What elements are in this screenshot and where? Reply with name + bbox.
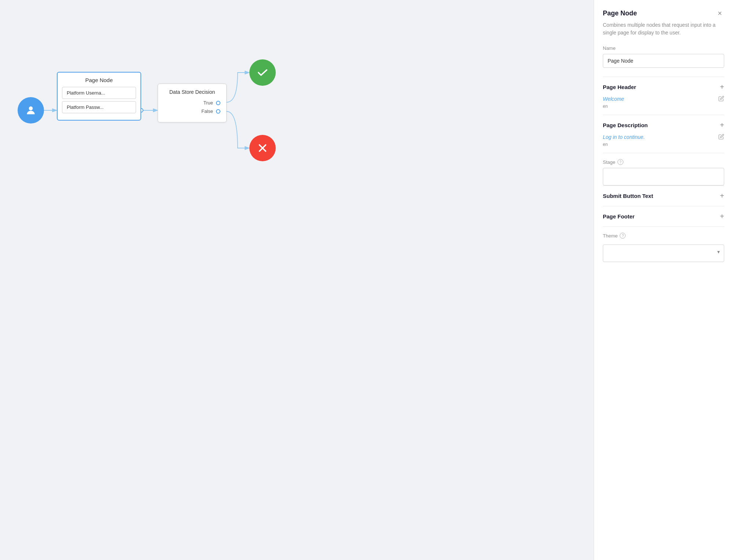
page-description-value: Log in to continue. [603,134,645,140]
page-header-value: Welcome [603,96,624,102]
submit-button-section: Submit Button Text + [603,185,724,206]
close-icon [256,142,269,154]
failure-node[interactable] [249,135,276,161]
page-node-box-title: Page Node [62,77,136,83]
right-panel: Page Node × Combines multiple nodes that… [594,0,733,560]
page-description-edit-icon[interactable] [718,134,724,141]
page-header-accordion-header[interactable]: Page Header + [603,83,724,91]
check-icon [256,66,269,79]
page-description-add-icon[interactable]: + [720,121,724,129]
page-description-title: Page Description [603,122,648,128]
svg-point-4 [29,106,33,110]
close-button[interactable]: × [715,9,724,18]
page-footer-add-icon[interactable]: + [720,212,724,221]
page-footer-section: Page Footer + [603,206,724,226]
page-description-lang: en [603,142,645,147]
page-description-section: Page Description + Log in to continue. e… [603,115,724,153]
decision-false-option: False [164,108,220,114]
page-footer-accordion-header[interactable]: Page Footer + [603,212,724,221]
submit-button-add-icon[interactable]: + [720,192,724,200]
page-header-section: Page Header + Welcome en [603,77,724,115]
page-header-value-wrap: Welcome en [603,96,624,109]
page-header-content: Welcome en [603,96,724,109]
success-node[interactable] [249,59,276,86]
decision-true-label: True [204,100,213,106]
page-description-content: Log in to continue. en [603,134,724,147]
page-header-title: Page Header [603,84,636,90]
stage-label-row: Stage ? [603,159,724,165]
decision-false-dot [216,109,220,114]
name-label: Name [603,45,724,51]
stage-section: Stage ? [603,153,724,185]
page-header-add-icon[interactable]: + [720,83,724,91]
page-header-row: Welcome en [603,96,724,109]
theme-help-icon[interactable]: ? [620,233,626,239]
theme-label-row: Theme ? [603,233,724,239]
decision-true-dot [216,101,220,105]
user-icon [25,104,37,116]
decision-true-option: True [164,100,220,106]
page-header-edit-icon[interactable] [718,96,724,103]
page-description-row: Log in to continue. en [603,134,724,147]
decision-false-label: False [201,108,213,114]
decision-node-box[interactable]: Data Store Decision True False [158,84,227,122]
theme-select[interactable]: Default Dark Light [603,244,724,262]
page-node-box[interactable]: Page Node Platform Userna... Platform Pa… [57,72,141,121]
submit-button-accordion-header[interactable]: Submit Button Text + [603,192,724,200]
page-description-accordion-header[interactable]: Page Description + [603,121,724,129]
theme-select-wrapper: Default Dark Light ▾ [603,242,724,262]
page-description-value-wrap: Log in to continue. en [603,134,645,147]
theme-section: Theme ? Default Dark Light ▾ [603,226,724,268]
theme-label-text: Theme [603,233,617,239]
page-node-field-1: Platform Userna... [62,87,136,99]
page-footer-title: Page Footer [603,213,635,220]
page-header-lang: en [603,104,624,109]
panel-title: Page Node [603,10,637,17]
decision-node-title: Data Store Decision [164,89,220,95]
stage-help-icon[interactable]: ? [617,159,623,165]
stage-label-text: Stage [603,159,615,165]
flow-canvas: Page Node Platform Userna... Platform Pa… [0,0,594,560]
submit-button-title: Submit Button Text [603,193,653,199]
name-input[interactable] [603,54,724,68]
page-node-field-2: Platform Passw... [62,101,136,113]
stage-input[interactable] [603,168,724,185]
panel-header: Page Node × [603,9,724,18]
user-node[interactable] [18,97,44,124]
panel-description: Combines multiple nodes that request inp… [603,21,724,37]
